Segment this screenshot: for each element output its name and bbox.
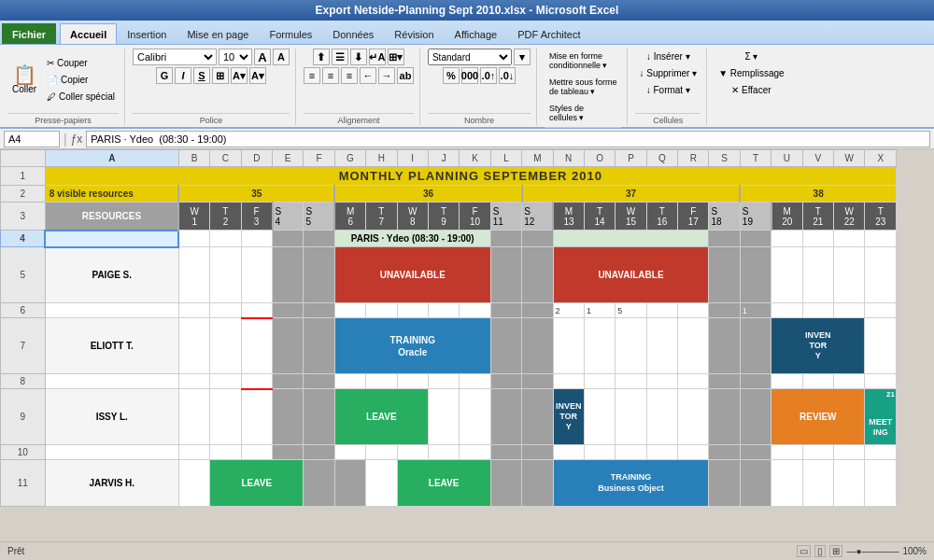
tab-fichier[interactable]: Fichier [2, 23, 56, 44]
col-p-header: P [616, 150, 646, 167]
row-1: 1 MONTHLY PLANNING SEPTEMBER 2010 [1, 167, 897, 186]
decrease-decimal-button[interactable]: .0↓ [499, 67, 516, 84]
zoom-level: 100% [902, 546, 927, 556]
style-buttons: Mise en formeconditionnelle ▾ Mettre sou… [545, 49, 622, 125]
r10j [428, 445, 459, 460]
sigma-button[interactable]: Σ ▾ [741, 49, 761, 63]
r7f [304, 318, 334, 374]
tab-formules[interactable]: Formules [259, 23, 322, 44]
col-m-header: M [522, 150, 553, 167]
r7s [709, 318, 740, 374]
cell-paige-label: PAIGE S. [45, 247, 178, 303]
group-style: Mise en formeconditionnelle ▾ Mettre sou… [539, 49, 629, 125]
tab-insertion[interactable]: Insertion [117, 23, 177, 44]
corner-cell [1, 150, 46, 167]
formula-input[interactable] [86, 131, 930, 147]
border-button[interactable]: ⊞ [212, 67, 229, 84]
page-break-icon[interactable]: ⊞ [829, 545, 842, 557]
view-icons: ▭ ▯ ⊞ —●———— 100% [797, 545, 927, 557]
align-top-button[interactable]: ⬆ [313, 49, 330, 65]
r5c [210, 247, 241, 303]
bold-button[interactable]: G [156, 67, 173, 84]
r8i [397, 374, 428, 389]
row-2-header: 2 [1, 186, 46, 203]
cell-day-t23: T23 [865, 203, 897, 231]
cell-day-s11: S11 [490, 203, 521, 231]
font-family-select[interactable]: Calibri [133, 49, 217, 65]
indent-inc-button[interactable]: → [378, 67, 395, 84]
indent-dec-button[interactable]: ← [360, 67, 376, 84]
tab-donnees[interactable]: Données [322, 23, 384, 44]
align-right-button[interactable]: ≡ [341, 67, 358, 84]
align-left-button[interactable]: ≡ [304, 67, 320, 84]
supprimer-button[interactable]: ↓ Supprimer ▾ [635, 65, 700, 80]
r10u [771, 445, 802, 460]
align-middle-button[interactable]: ☰ [332, 49, 348, 65]
r8l [490, 374, 521, 389]
name-box[interactable] [4, 131, 60, 147]
r10o [584, 445, 615, 460]
page-layout-icon[interactable]: ▯ [814, 545, 826, 557]
cell-day-t7: T7 [366, 203, 397, 231]
clear-button[interactable]: ✕ Effacer [728, 82, 774, 97]
cell-day-f17: F17 [678, 203, 709, 231]
wrap-text-button[interactable]: ↵A [369, 49, 386, 65]
r6p: 5 [616, 303, 646, 318]
tab-accueil[interactable]: Accueil [60, 23, 117, 44]
tab-pdf-architect[interactable]: PDF Architect [507, 23, 590, 44]
status-bar: Prêt ▭ ▯ ⊞ —●———— 100% [0, 541, 934, 560]
styles-cellules-button[interactable]: Styles decellules ▾ [545, 101, 622, 125]
group-police: Calibri 10 A A G I S ⊞ A▾ A▾ Police [127, 49, 296, 125]
cell-inventory2: INVEN TOR Y [553, 389, 584, 445]
col-u-header: U [771, 150, 802, 167]
coller-button[interactable]: 📋 Coller [7, 56, 41, 105]
align-center-button[interactable]: ≡ [322, 67, 339, 84]
number-format-expand[interactable]: ▾ [514, 49, 531, 65]
cell-a4-selected[interactable] [45, 231, 178, 247]
italic-button[interactable]: I [175, 67, 191, 84]
font-color-button[interactable]: A▾ [249, 67, 266, 84]
normal-view-icon[interactable]: ▭ [797, 545, 811, 557]
grid-scroll[interactable]: A B C D E F G H I J K L M N O P Q [0, 149, 934, 560]
increase-decimal-button[interactable]: .0↑ [480, 67, 497, 84]
group-police-label: Police [133, 113, 290, 125]
col-k-header: K [460, 150, 490, 167]
coller-special-button[interactable]: 🖊 Coller spécial [43, 90, 119, 105]
r7m [522, 318, 553, 374]
r10p [616, 445, 646, 460]
group-right-content: Σ ▾ ▼ Remplissage ✕ Effacer [715, 49, 787, 111]
r10h [366, 445, 397, 460]
fill-button[interactable]: ▼ Remplissage [715, 65, 787, 80]
align-bottom-button[interactable]: ⬇ [350, 49, 367, 65]
comma-button[interactable]: 000 [461, 67, 478, 84]
cell-day-s4: S4 [273, 203, 304, 231]
r7q [646, 318, 677, 374]
increase-font-button[interactable]: A [254, 49, 271, 65]
r7b [178, 318, 209, 374]
fill-color-button[interactable]: A▾ [231, 67, 248, 84]
cell-s4 [740, 231, 771, 247]
mise-en-forme-button[interactable]: Mise en formeconditionnelle ▾ [545, 49, 622, 73]
r5u [802, 247, 833, 303]
mettre-tableau-button[interactable]: Mettre sous formede tableau ▾ [545, 75, 622, 99]
merge-button[interactable]: ⊞▾ [388, 49, 404, 65]
tab-mise-en-page[interactable]: Mise en page [177, 23, 259, 44]
row-10-header: 10 [1, 445, 46, 460]
formula-icon: ƒx [71, 133, 83, 146]
percent-button[interactable]: % [443, 67, 460, 84]
inserer-button[interactable]: ↓ Insérer ▾ [643, 49, 694, 63]
format-button[interactable]: ↓ Format ▾ [643, 82, 694, 97]
col-b-header: B [178, 150, 209, 167]
zoom-slider[interactable]: —●———— [846, 546, 899, 556]
copier-button[interactable]: 📄 Copier [43, 73, 119, 88]
r8n [553, 374, 584, 389]
font-size-select[interactable]: 10 [219, 49, 252, 65]
decrease-font-button[interactable]: A [273, 49, 290, 65]
tab-revision[interactable]: Révision [384, 23, 444, 44]
underline-button[interactable]: S [193, 67, 210, 84]
align-row1: ⬆ ☰ ⬇ ↵A ⊞▾ [313, 49, 404, 65]
tab-affichage[interactable]: Affichage [445, 23, 508, 44]
number-format-select[interactable]: Standard [428, 49, 512, 65]
couper-button[interactable]: ✂ Couper [43, 56, 119, 71]
orientation-button[interactable]: ab [397, 67, 414, 84]
